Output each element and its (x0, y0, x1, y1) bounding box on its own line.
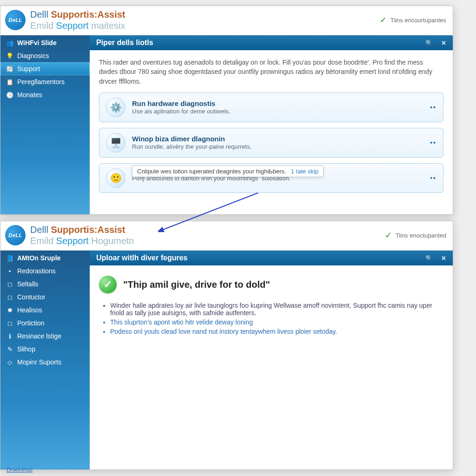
header-status: ✓ Tiins enoctupanted (385, 230, 446, 240)
subtitle-main: Sepport (56, 20, 92, 31)
app-title: Delll Supportis:Assist (30, 224, 134, 235)
status-text: Tiins enoctupanted (396, 232, 446, 239)
sidebar-item-amton-sruple[interactable]: 📘AMtOn Sruple (0, 251, 90, 264)
app-subtitle: Emild Sepport Hogumetn (30, 235, 134, 246)
info-bullet: This sluprton's apont wtio hitr velide d… (110, 318, 443, 326)
sidebar-item-icon: ◻ (6, 293, 13, 301)
sidebar-item-seltalls[interactable]: ◻Seltalls (0, 278, 90, 291)
sidebar-item-icon: 🔄 (6, 65, 13, 73)
sidebar-item-label: AMtOn Sruple (17, 254, 60, 262)
sidebar-item-label: Peregllamentors (17, 78, 65, 86)
sidebar-item-icon: ℹ (6, 332, 13, 340)
window-header: DeLL Delll Supportis:Assist Emild Seppor… (0, 221, 453, 251)
success-row: ✓ "Thip amil give, drive for to dold" (99, 276, 443, 293)
success-text: "Thip amil give, drive for to dold" (123, 279, 270, 290)
card-text: Run hardware diagnostisUse ais aplinatio… (132, 99, 231, 115)
support-window-bottom: DeLL Delll Supportis:Assist Emild Seppor… (0, 221, 453, 470)
sidebar-item-peregllamentors[interactable]: 📋Peregllamentors (0, 75, 90, 88)
dell-logo: DeLL (5, 225, 26, 245)
tooltip-text: Cnlipule wes lotion iuperated deagntes y… (137, 168, 286, 175)
pane-body: ✓ "Thip amil give, drive for to dold" Wi… (90, 265, 453, 469)
sidebar-item-label: Portiction (17, 319, 44, 327)
info-bullet: Winder halle apdrates loy air livle taun… (110, 302, 443, 317)
pane-header: Uploar witlh diver fegures 🔍 ✕ (90, 251, 453, 265)
subtitle-main: Sepport (56, 236, 92, 246)
footer-link[interactable]: Dnielnings (7, 467, 33, 473)
sidebar-item-icon: ◻ (6, 280, 13, 288)
app-subtitle: Emild Sepport maitesix (30, 20, 126, 31)
sidebar-item-label: Redorastions (17, 267, 56, 275)
sidebar-item-slihop[interactable]: ✎Slihop (0, 343, 90, 356)
card-desc: Run oundle, alivěry the your-paine requr… (132, 143, 251, 150)
sidebar-item-label: WiHFvi Slide (17, 39, 57, 46)
check-icon: ✓ (380, 15, 387, 25)
title-app: Supportis:Assist (51, 9, 125, 20)
card-icon: ⚙️ (106, 98, 126, 117)
tooltip-skip-link[interactable]: 1 Iate skip (291, 168, 318, 175)
sidebar-item-icon: ✎ (6, 345, 13, 353)
sidebar-item-icon: 👥 (6, 39, 13, 46)
sidebar-item-label: Support (17, 65, 40, 73)
close-icon[interactable]: ✕ (441, 40, 446, 46)
sidebar-item-icon: ◇ (6, 358, 13, 366)
pane-title: Uploar witlh diver fegures (96, 254, 187, 262)
footer-link-wrap: Dnielnings (7, 467, 33, 473)
sidebar-item-monates[interactable]: 🕒Monates (0, 88, 90, 101)
sidebar-item-icon: 📘 (6, 254, 13, 262)
main-panel: Uploar witlh diver fegures 🔍 ✕ ✓ "Thip a… (90, 251, 453, 469)
sidebar-item-icon: • (6, 267, 13, 275)
sidebar-item-portiction[interactable]: ◻Portiction (0, 317, 90, 330)
app-title: Delll Supportis:Assist (30, 9, 126, 20)
sidebar-item-resinace-lstige[interactable]: ℹResinace lstige (0, 330, 90, 343)
sidebar-item-icon: 📋 (6, 78, 13, 86)
sidebar-item-label: Seltalls (17, 280, 38, 288)
main-panel: Piper dells liotls 🔍 ✕ This rader and ov… (90, 35, 453, 214)
sidebar: 👥WiHFvi Slide💡Diagnosics🔄Support📋Peregll… (0, 35, 90, 214)
sidebar-item-icon: ◻ (6, 319, 13, 327)
sidebar: 📘AMtOn Sruple•Redorastions◻Seltalls◻Cont… (0, 251, 90, 469)
card-desc: Use ais aplination for deme outiwels. (132, 108, 231, 115)
title-brand: Delll (30, 9, 51, 20)
title-block: Delll Supportis:Assist Emild Sepport mai… (30, 9, 126, 31)
sidebar-item-icon: ✱ (6, 306, 13, 314)
title-block: Delll Supportis:Assist Emild Sepport Hog… (30, 224, 134, 246)
subtitle-pre: Emild (30, 236, 56, 246)
card-title: Run hardware diagnostis (132, 99, 231, 107)
card-more-icon[interactable]: •• (430, 104, 436, 111)
sidebar-item-healisos[interactable]: ✱Healisos (0, 304, 90, 317)
card-title: Winop biza dimer dlagnonin (132, 135, 251, 143)
sidebar-item-diagnosics[interactable]: 💡Diagnosics (0, 49, 90, 62)
sidebar-item-label: Slihop (17, 345, 35, 353)
subtitle-post: maitesix (91, 20, 125, 31)
card-icon: 🖥️ (106, 133, 126, 152)
search-icon[interactable]: 🔍 (425, 40, 433, 46)
info-bullet: Podess onl youls clead love nand nut ins… (110, 328, 443, 335)
sidebar-item-wihfvi-slide[interactable]: 👥WiHFvi Slide (0, 36, 90, 49)
sidebar-item-label: Mopinr Suports (17, 358, 61, 366)
card-more-icon[interactable]: •• (430, 139, 436, 146)
close-icon[interactable]: ✕ (441, 255, 446, 262)
pane-header: Piper dells liotls 🔍 ✕ (90, 35, 453, 50)
window-header: DeLL Delll Supportis:Assist Emild Seppor… (0, 6, 453, 35)
sidebar-item-icon: 💡 (6, 52, 13, 60)
info-bullets: Winder halle apdrates loy air livle taun… (110, 302, 443, 335)
sidebar-item-support[interactable]: 🔄Support (0, 62, 90, 75)
sidebar-item-label: Diagnosics (17, 52, 49, 60)
sidebar-item-mopinr-suports[interactable]: ◇Mopinr Suports (0, 356, 90, 369)
dell-logo: DeLL (5, 10, 26, 30)
success-check-icon: ✓ (99, 276, 117, 293)
card-icon: 🙂 (106, 168, 126, 188)
title-brand: Delll (30, 225, 51, 235)
sidebar-item-redorastions[interactable]: •Redorastions (0, 264, 90, 278)
search-icon[interactable]: 🔍 (425, 255, 433, 262)
subtitle-pre: Emild (30, 20, 56, 31)
sidebar-item-label: Healisos (17, 306, 42, 314)
intro-text: This rader and oventures tug asenadols t… (99, 58, 443, 86)
title-app: Supportis:Assist (51, 225, 125, 235)
action-card[interactable]: 🖥️Winop biza dimer dlagnoninRun oundle, … (99, 128, 443, 158)
sidebar-item-label: Monates (17, 91, 42, 99)
card-more-icon[interactable]: •• (430, 174, 436, 182)
action-card[interactable]: ⚙️Run hardware diagnostisUse ais aplinat… (99, 93, 443, 122)
header-status: ✓ Tiins encourtupantes (380, 15, 446, 25)
sidebar-item-contuctor[interactable]: ◻Contuctor (0, 291, 90, 304)
